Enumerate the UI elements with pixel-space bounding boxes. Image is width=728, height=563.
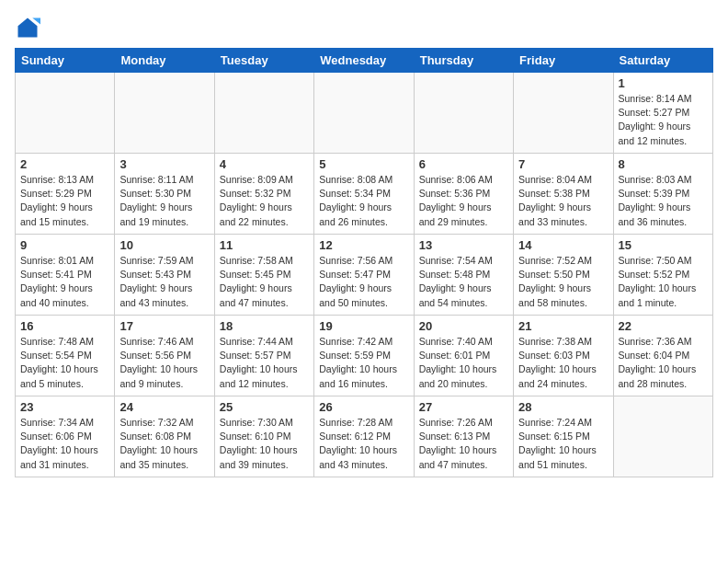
day-number: 21	[518, 319, 608, 333]
page-header	[15, 15, 713, 40]
day-cell: 14Sunrise: 7:52 AM Sunset: 5:50 PM Dayli…	[514, 235, 613, 316]
day-number: 8	[619, 157, 708, 171]
day-number: 26	[319, 400, 408, 414]
day-number: 18	[220, 319, 309, 333]
day-cell: 27Sunrise: 7:26 AM Sunset: 6:13 PM Dayli…	[414, 396, 513, 477]
weekday-header-wednesday: Wednesday	[314, 49, 414, 73]
day-number: 4	[220, 157, 309, 171]
day-number: 17	[119, 319, 209, 333]
day-number: 16	[20, 319, 109, 333]
day-info: Sunrise: 7:24 AM Sunset: 6:15 PM Dayligh…	[518, 416, 608, 472]
week-row-2: 2Sunrise: 8:13 AM Sunset: 5:29 PM Daylig…	[16, 154, 713, 235]
weekday-header-row: SundayMondayTuesdayWednesdayThursdayFrid…	[16, 49, 713, 73]
day-info: Sunrise: 7:38 AM Sunset: 6:03 PM Dayligh…	[518, 335, 608, 391]
day-info: Sunrise: 7:36 AM Sunset: 6:04 PM Dayligh…	[619, 335, 708, 391]
day-cell: 18Sunrise: 7:44 AM Sunset: 5:57 PM Dayli…	[214, 316, 313, 396]
day-info: Sunrise: 8:01 AM Sunset: 5:41 PM Dayligh…	[20, 254, 109, 310]
day-number: 20	[419, 319, 508, 333]
day-info: Sunrise: 7:54 AM Sunset: 5:48 PM Dayligh…	[419, 254, 508, 310]
day-cell: 19Sunrise: 7:42 AM Sunset: 5:59 PM Dayli…	[314, 316, 414, 396]
day-number: 19	[319, 319, 408, 333]
day-cell: 20Sunrise: 7:40 AM Sunset: 6:01 PM Dayli…	[414, 316, 513, 396]
day-number: 1	[619, 76, 708, 90]
weekday-header-monday: Monday	[115, 49, 214, 73]
day-cell	[613, 396, 712, 477]
day-cell: 13Sunrise: 7:54 AM Sunset: 5:48 PM Dayli…	[414, 235, 513, 316]
day-cell: 17Sunrise: 7:46 AM Sunset: 5:56 PM Dayli…	[115, 316, 214, 396]
day-info: Sunrise: 7:59 AM Sunset: 5:43 PM Dayligh…	[119, 254, 209, 310]
day-info: Sunrise: 7:48 AM Sunset: 5:54 PM Dayligh…	[20, 335, 109, 391]
day-cell: 3Sunrise: 8:11 AM Sunset: 5:30 PM Daylig…	[115, 154, 214, 235]
day-cell: 4Sunrise: 8:09 AM Sunset: 5:32 PM Daylig…	[214, 154, 313, 235]
day-number: 2	[20, 157, 109, 171]
day-cell	[414, 73, 513, 154]
day-cell: 16Sunrise: 7:48 AM Sunset: 5:54 PM Dayli…	[16, 316, 115, 396]
day-cell: 5Sunrise: 8:08 AM Sunset: 5:34 PM Daylig…	[314, 154, 414, 235]
day-number: 23	[20, 400, 109, 414]
day-info: Sunrise: 8:11 AM Sunset: 5:30 PM Dayligh…	[119, 173, 209, 229]
day-info: Sunrise: 8:06 AM Sunset: 5:36 PM Dayligh…	[419, 173, 508, 229]
week-row-3: 9Sunrise: 8:01 AM Sunset: 5:41 PM Daylig…	[16, 235, 713, 316]
day-cell: 8Sunrise: 8:03 AM Sunset: 5:39 PM Daylig…	[613, 154, 712, 235]
day-info: Sunrise: 8:08 AM Sunset: 5:34 PM Dayligh…	[319, 173, 408, 229]
day-info: Sunrise: 7:34 AM Sunset: 6:06 PM Dayligh…	[20, 416, 109, 472]
calendar-table: SundayMondayTuesdayWednesdayThursdayFrid…	[15, 48, 713, 477]
logo-icon	[15, 15, 40, 40]
day-info: Sunrise: 7:42 AM Sunset: 5:59 PM Dayligh…	[319, 335, 408, 391]
week-row-1: 1Sunrise: 8:14 AM Sunset: 5:27 PM Daylig…	[16, 73, 713, 154]
day-cell: 23Sunrise: 7:34 AM Sunset: 6:06 PM Dayli…	[16, 396, 115, 477]
day-number: 7	[518, 157, 608, 171]
week-row-5: 23Sunrise: 7:34 AM Sunset: 6:06 PM Dayli…	[16, 396, 713, 477]
day-cell: 10Sunrise: 7:59 AM Sunset: 5:43 PM Dayli…	[115, 235, 214, 316]
day-cell: 1Sunrise: 8:14 AM Sunset: 5:27 PM Daylig…	[613, 73, 712, 154]
day-number: 22	[619, 319, 708, 333]
day-cell	[514, 73, 613, 154]
weekday-header-sunday: Sunday	[16, 49, 115, 73]
day-number: 11	[220, 238, 309, 252]
day-cell: 21Sunrise: 7:38 AM Sunset: 6:03 PM Dayli…	[514, 316, 613, 396]
day-cell: 6Sunrise: 8:06 AM Sunset: 5:36 PM Daylig…	[414, 154, 513, 235]
day-cell: 12Sunrise: 7:56 AM Sunset: 5:47 PM Dayli…	[314, 235, 414, 316]
day-cell: 22Sunrise: 7:36 AM Sunset: 6:04 PM Dayli…	[613, 316, 712, 396]
day-info: Sunrise: 7:58 AM Sunset: 5:45 PM Dayligh…	[220, 254, 309, 310]
weekday-header-tuesday: Tuesday	[214, 49, 313, 73]
day-cell: 2Sunrise: 8:13 AM Sunset: 5:29 PM Daylig…	[16, 154, 115, 235]
day-cell: 9Sunrise: 8:01 AM Sunset: 5:41 PM Daylig…	[16, 235, 115, 316]
day-cell	[314, 73, 414, 154]
day-info: Sunrise: 7:28 AM Sunset: 6:12 PM Dayligh…	[319, 416, 408, 472]
day-number: 5	[319, 157, 408, 171]
weekday-header-saturday: Saturday	[613, 49, 712, 73]
day-cell: 28Sunrise: 7:24 AM Sunset: 6:15 PM Dayli…	[514, 396, 613, 477]
day-number: 10	[119, 238, 209, 252]
day-info: Sunrise: 7:56 AM Sunset: 5:47 PM Dayligh…	[319, 254, 408, 310]
day-number: 24	[119, 400, 209, 414]
day-number: 12	[319, 238, 408, 252]
day-cell: 7Sunrise: 8:04 AM Sunset: 5:38 PM Daylig…	[514, 154, 613, 235]
day-number: 14	[518, 238, 608, 252]
day-info: Sunrise: 7:52 AM Sunset: 5:50 PM Dayligh…	[518, 254, 608, 310]
svg-marker-0	[18, 18, 38, 38]
day-cell: 11Sunrise: 7:58 AM Sunset: 5:45 PM Dayli…	[214, 235, 313, 316]
day-info: Sunrise: 8:03 AM Sunset: 5:39 PM Dayligh…	[619, 173, 708, 229]
day-cell	[16, 73, 115, 154]
day-number: 28	[518, 400, 608, 414]
day-cell: 26Sunrise: 7:28 AM Sunset: 6:12 PM Dayli…	[314, 396, 414, 477]
day-cell	[115, 73, 214, 154]
day-number: 27	[419, 400, 508, 414]
day-info: Sunrise: 7:44 AM Sunset: 5:57 PM Dayligh…	[220, 335, 309, 391]
day-cell: 25Sunrise: 7:30 AM Sunset: 6:10 PM Dayli…	[214, 396, 313, 477]
day-info: Sunrise: 7:26 AM Sunset: 6:13 PM Dayligh…	[419, 416, 508, 472]
weekday-header-thursday: Thursday	[414, 49, 513, 73]
day-info: Sunrise: 7:46 AM Sunset: 5:56 PM Dayligh…	[119, 335, 209, 391]
day-cell: 24Sunrise: 7:32 AM Sunset: 6:08 PM Dayli…	[115, 396, 214, 477]
day-cell: 15Sunrise: 7:50 AM Sunset: 5:52 PM Dayli…	[613, 235, 712, 316]
day-number: 6	[419, 157, 508, 171]
day-number: 9	[20, 238, 109, 252]
logo	[15, 15, 44, 40]
day-cell	[214, 73, 313, 154]
day-info: Sunrise: 8:13 AM Sunset: 5:29 PM Dayligh…	[20, 173, 109, 229]
day-number: 13	[419, 238, 508, 252]
week-row-4: 16Sunrise: 7:48 AM Sunset: 5:54 PM Dayli…	[16, 316, 713, 396]
weekday-header-friday: Friday	[514, 49, 613, 73]
day-info: Sunrise: 7:32 AM Sunset: 6:08 PM Dayligh…	[119, 416, 209, 472]
